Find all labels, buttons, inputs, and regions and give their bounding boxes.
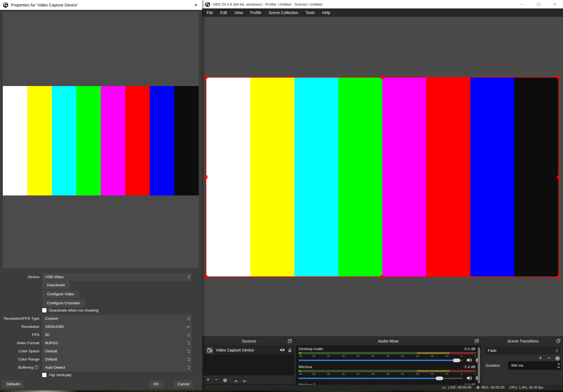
speaker-icon[interactable] — [466, 358, 472, 362]
source-properties-gear-icon[interactable] — [221, 377, 229, 383]
preview-canvas[interactable] — [202, 17, 563, 336]
color-bar — [338, 78, 382, 276]
sources-title: Sources — [242, 339, 256, 343]
defaults-button[interactable]: Defaults — [3, 380, 24, 388]
popout-icon[interactable] — [475, 339, 479, 343]
dialog-titlebar[interactable]: Properties for 'Video Capture Device' × — [0, 0, 202, 10]
resize-handle-bottom-left[interactable] — [204, 275, 207, 278]
cpu-fps-text: CPU: 1.3%, 30.00 fps — [510, 386, 543, 389]
mixer-channel: Desktop Audio0.0 dB-60-55-50-45-40-35-30… — [296, 347, 481, 364]
audio-mixer-header[interactable]: Audio Mixer — [296, 337, 481, 346]
duration-spinner-icon[interactable] — [557, 362, 560, 369]
duration-label: Duration — [486, 363, 500, 368]
scene-item-selection[interactable] — [206, 77, 559, 277]
configure-video-button[interactable]: Configure Video — [42, 290, 79, 298]
resize-handle-middle-right[interactable] — [557, 175, 560, 179]
resize-handle-top-middle[interactable] — [381, 76, 384, 79]
checkbox-unchecked[interactable] — [42, 308, 46, 312]
color-range-select[interactable]: Default — [42, 355, 192, 363]
maximize-button[interactable] — [530, 0, 547, 8]
menu-file[interactable]: File — [203, 8, 217, 17]
menu-profile[interactable]: Profile — [247, 8, 265, 17]
field-value: MJPEG — [45, 341, 58, 345]
dialog-close-button[interactable]: × — [189, 0, 202, 10]
mixer-scrollbar[interactable] — [478, 347, 480, 383]
spinner-icon[interactable] — [187, 365, 190, 370]
ok-button[interactable]: OK — [149, 380, 164, 388]
fps-row: FPS30 — [0, 331, 202, 339]
source-row[interactable]: Video Capture Device — [204, 346, 294, 355]
menu-tools[interactable]: Tools — [302, 8, 319, 17]
scene-transitions-header[interactable]: Scene Transitions — [483, 337, 563, 346]
menu-edit[interactable]: Edit — [217, 8, 231, 17]
spinner-icon[interactable] — [187, 316, 190, 321]
add-transition-button[interactable]: + — [537, 354, 544, 362]
resize-handle-top-left[interactable] — [204, 76, 207, 79]
live-status: ((●)) LIVE: 00:00:00 — [442, 386, 472, 389]
visibility-eye-icon[interactable] — [280, 348, 285, 352]
meter-tick-label: -30 — [386, 373, 389, 375]
popout-icon[interactable] — [556, 339, 560, 343]
spinner-icon[interactable] — [187, 341, 190, 346]
sources-header[interactable]: Sources — [204, 337, 294, 346]
menu-scene-collection[interactable]: Scene Collection — [265, 8, 302, 17]
video-format-select[interactable]: MJPEG — [42, 339, 192, 347]
move-source-down-button[interactable] — [240, 377, 249, 382]
device-select[interactable]: USB Video — [42, 273, 192, 281]
volume-slider-handle[interactable] — [436, 377, 443, 380]
duration-input[interactable]: 300 ms — [508, 361, 561, 370]
resize-handle-bottom-middle[interactable] — [381, 275, 384, 278]
buffering-select[interactable]: Auto-Detect — [42, 364, 192, 371]
color-bar — [125, 86, 150, 195]
broadcast-icon: ((●)) — [442, 386, 446, 389]
cancel-button[interactable]: Cancel — [174, 380, 193, 388]
transition-select[interactable]: Fade — [485, 347, 560, 354]
minimize-button[interactable] — [514, 0, 530, 8]
remove-source-button[interactable]: − — [212, 376, 221, 384]
field-value: Auto-Detect — [45, 365, 65, 370]
resolution-fps-type-select[interactable]: Custom — [42, 315, 192, 323]
help-icon[interactable]: ? — [34, 365, 39, 370]
audio-mixer-body: Mic/Aux 2-2.4 dB-60-55-50-45-40-35-30-25… — [296, 346, 481, 385]
configure-crossbar-button[interactable]: Configure Crossbar — [42, 299, 85, 307]
checkbox-unchecked[interactable] — [42, 373, 46, 377]
menu-view[interactable]: View — [231, 8, 247, 17]
spinner-icon[interactable] — [187, 349, 190, 354]
resize-handle-top-right[interactable] — [557, 76, 560, 79]
meter-tick-label: -35 — [371, 373, 374, 375]
meter-tick-label: -55 — [312, 373, 315, 375]
field-label: Color Space — [0, 347, 39, 355]
chevron-down-icon[interactable] — [186, 326, 190, 328]
popout-icon[interactable] — [288, 339, 292, 343]
deactivate-button[interactable]: Deactivate — [42, 281, 70, 289]
buffering-row: Buffering?Auto-Detect — [0, 364, 202, 371]
volume-slider[interactable] — [299, 358, 463, 362]
color-space-select[interactable]: Default — [42, 347, 192, 355]
close-button[interactable]: × — [547, 0, 563, 8]
transition-properties-gear-icon[interactable] — [555, 355, 561, 361]
main-titlebar[interactable]: OBS 25.0.8 (64-bit, windows) - Profile: … — [202, 0, 563, 8]
move-source-up-button[interactable] — [232, 377, 240, 382]
volume-slider-handle[interactable] — [453, 359, 460, 362]
sources-list[interactable]: Video Capture Device — [204, 346, 294, 375]
resize-handle-bottom-right[interactable] — [557, 275, 560, 278]
color-bar — [206, 78, 250, 276]
spinner-icon[interactable] — [187, 274, 190, 280]
resize-handle-middle-left[interactable] — [204, 175, 207, 179]
spinner-icon[interactable] — [555, 348, 558, 353]
spinner-icon[interactable] — [187, 332, 190, 337]
transition-selected-value: Fade — [488, 348, 497, 353]
remove-transition-button[interactable]: − — [546, 354, 552, 362]
fps-select[interactable]: 30 — [42, 331, 192, 339]
sources-toolbar: + − — [204, 375, 294, 384]
spinner-icon[interactable] — [187, 357, 190, 362]
speaker-icon[interactable] — [466, 376, 472, 380]
lock-icon[interactable] — [288, 348, 292, 352]
field-value: 1920x1080 — [45, 325, 64, 329]
add-source-button[interactable]: + — [204, 376, 212, 384]
volume-slider[interactable] — [299, 376, 463, 380]
color-bar — [150, 86, 174, 195]
menu-help[interactable]: Help — [318, 8, 334, 17]
resolution-select[interactable]: 1920x1080 — [42, 323, 192, 331]
color-bars-source[interactable] — [206, 78, 558, 276]
